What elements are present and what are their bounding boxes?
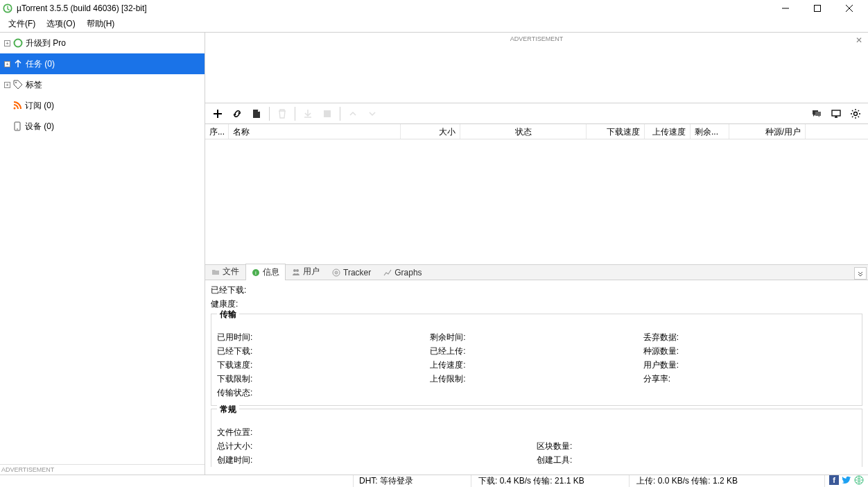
detail-tabbar: 文件 i 信息 用户 Tracker Graphs xyxy=(205,265,868,280)
tabs-overflow-button[interactable] xyxy=(854,267,867,280)
col-seeds-peers[interactable]: 种源/用户 xyxy=(729,124,806,139)
rss-icon xyxy=(12,101,22,110)
upgrade-icon xyxy=(13,38,23,48)
svg-point-4 xyxy=(14,108,16,110)
stop-button[interactable] xyxy=(318,104,337,123)
toolbar xyxy=(205,103,868,124)
menu-bar: 文件(F) 选项(O) 帮助(H) xyxy=(0,17,868,32)
info-ratio: 分享率: xyxy=(643,372,856,386)
section-title-general: 常规 xyxy=(217,404,239,416)
info-seed-count: 种源数量: xyxy=(643,344,856,358)
info-discarded: 丢弃数据: xyxy=(643,330,856,344)
ad-label: ADVERTISEMENT xyxy=(205,35,868,42)
info-created-by: 创建工具: xyxy=(537,453,856,467)
col-down-speed[interactable]: 下载速度 xyxy=(587,124,645,139)
title-bar: µTorrent 3.5.5 (build 46036) [32-bit] xyxy=(0,0,868,17)
col-num[interactable]: 序... xyxy=(205,124,229,139)
info-downloaded: 已经下载: xyxy=(211,283,862,297)
sidebar-label: 标签 xyxy=(26,79,42,91)
move-down-button[interactable] xyxy=(363,104,382,123)
sidebar-item-feeds[interactable]: 订阅 (0) xyxy=(0,95,205,116)
svg-rect-7 xyxy=(324,110,331,117)
facebook-icon[interactable]: f xyxy=(829,475,839,487)
col-remaining[interactable]: 剩余... xyxy=(691,124,729,139)
expand-icon[interactable]: + xyxy=(4,82,10,88)
svg-point-6 xyxy=(17,128,18,130)
add-url-button[interactable] xyxy=(227,104,247,123)
move-up-button[interactable] xyxy=(343,104,363,123)
menu-file[interactable]: 文件(F) xyxy=(3,17,41,31)
tasks-icon xyxy=(13,59,23,69)
tab-files[interactable]: 文件 xyxy=(205,263,245,280)
info-dl-limit: 下载限制: xyxy=(217,372,430,386)
sidebar-item-devices[interactable]: 设备 (0) xyxy=(0,116,205,137)
svg-rect-8 xyxy=(832,110,840,116)
add-torrent-button[interactable] xyxy=(208,104,227,123)
start-button[interactable] xyxy=(298,104,318,123)
status-down: 下载: 0.4 KB/s 传输: 21.1 KB xyxy=(471,475,630,487)
sidebar-label: 设备 (0) xyxy=(25,121,54,133)
main-area: ADVERTISEMENT ✕ xyxy=(205,32,868,475)
svg-point-13 xyxy=(296,269,299,272)
info-ul-done: 已经上传: xyxy=(430,344,643,358)
info-piece-count: 区块数量: xyxy=(537,439,856,453)
svg-point-16 xyxy=(336,272,337,273)
ad-banner: ADVERTISEMENT ✕ xyxy=(205,33,868,103)
info-icon: i xyxy=(252,268,260,277)
sidebar-item-tasks[interactable]: + 任务 (0) xyxy=(0,53,205,74)
info-time-used: 已用时间: xyxy=(217,330,430,344)
delete-button[interactable] xyxy=(272,104,292,123)
svg-point-2 xyxy=(15,40,22,47)
menu-help[interactable]: 帮助(H) xyxy=(81,17,121,31)
info-transfer-status: 传输状态: xyxy=(217,386,856,400)
info-created-on: 创建时间: xyxy=(217,453,537,467)
create-torrent-button[interactable] xyxy=(247,104,266,123)
detail-pane: 文件 i 信息 用户 Tracker Graphs xyxy=(205,264,868,475)
col-name[interactable]: 名称 xyxy=(229,124,401,139)
tab-info[interactable]: i 信息 xyxy=(245,264,286,280)
expand-icon[interactable]: + xyxy=(4,40,10,46)
tracker-icon xyxy=(332,268,340,277)
info-health: 健康度: xyxy=(211,297,862,311)
info-peer-count: 用户数量: xyxy=(643,358,856,372)
status-social-icons: f xyxy=(825,475,868,487)
col-up-speed[interactable]: 上传速度 xyxy=(645,124,691,139)
section-transfer: 传输 已用时间: 剩余时间: 丢弃数据: 已经下载: 已经上传: 种源数量: 下… xyxy=(211,314,862,406)
info-ul-speed: 上传速度: xyxy=(430,358,643,372)
folder-icon xyxy=(211,268,220,276)
svg-point-9 xyxy=(854,112,858,115)
col-status[interactable]: 状态 xyxy=(460,124,587,139)
section-general: 常规 文件位置: 总计大小: 区块数量: 创建时间: 创建工具: xyxy=(211,409,862,467)
twitter-icon[interactable] xyxy=(842,475,851,487)
close-button[interactable] xyxy=(833,0,865,17)
peers-icon xyxy=(292,268,300,276)
tab-graphs[interactable]: Graphs xyxy=(377,265,428,280)
svg-point-3 xyxy=(15,82,17,83)
minimize-button[interactable] xyxy=(770,0,801,17)
device-icon xyxy=(12,121,22,131)
ad-close-icon[interactable]: ✕ xyxy=(856,35,862,45)
web-icon[interactable] xyxy=(854,475,864,487)
settings-button[interactable] xyxy=(846,104,865,123)
sidebar-item-upgrade[interactable]: + 升级到 Pro xyxy=(0,33,205,53)
menu-options[interactable]: 选项(O) xyxy=(41,17,80,31)
sidebar-label: 任务 (0) xyxy=(26,58,55,70)
col-size[interactable]: 大小 xyxy=(401,124,460,139)
sidebar-item-tags[interactable]: + 标签 xyxy=(0,74,205,95)
tag-icon xyxy=(13,80,23,89)
graph-icon xyxy=(383,268,392,277)
info-ul-limit: 上传限制: xyxy=(430,372,643,386)
status-dht: DHT: 等待登录 xyxy=(354,475,471,487)
maximize-button[interactable] xyxy=(801,0,833,17)
sidebar-label: 订阅 (0) xyxy=(25,100,54,112)
remote-button[interactable] xyxy=(826,104,846,123)
detail-body: 已经下载: 健康度: 传输 已用时间: 剩余时间: 丢弃数据: 已经下载: 已经… xyxy=(205,280,868,475)
svg-rect-1 xyxy=(815,6,821,12)
tab-tracker[interactable]: Tracker xyxy=(326,265,377,280)
info-remaining-time: 剩余时间: xyxy=(430,330,643,344)
app-logo-icon xyxy=(3,3,12,13)
chat-button[interactable] xyxy=(807,104,826,123)
torrent-grid-body[interactable] xyxy=(205,139,868,264)
tab-peers[interactable]: 用户 xyxy=(286,263,326,280)
expand-icon[interactable]: + xyxy=(4,61,10,67)
